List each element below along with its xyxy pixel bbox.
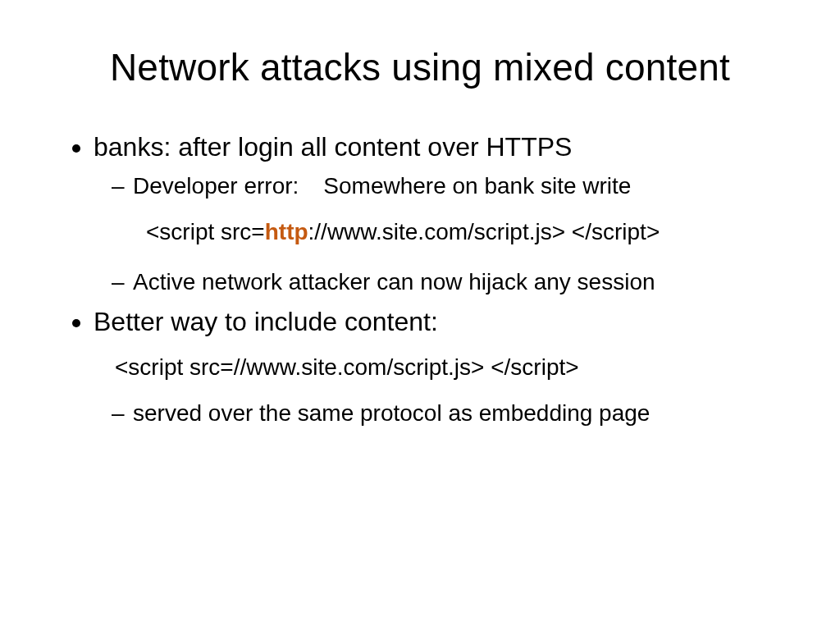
- bullet-1-text: banks: after login all content over HTTP…: [94, 132, 572, 162]
- code2-text: <script src=//www.site.com/script.js> </…: [115, 354, 579, 380]
- code-example-2: <script src=//www.site.com/script.js> </…: [94, 353, 784, 382]
- bullet-1: banks: after login all content over HTTP…: [94, 130, 784, 297]
- bullet-1-sublist: Developer error:Somewhere on bank site w…: [94, 171, 784, 201]
- bullet-1-sublist-2: Active network attacker can now hijack a…: [94, 267, 784, 297]
- slide-title: Network attacks using mixed content: [56, 46, 784, 89]
- code1-post: ://www.site.com/script.js> </script>: [308, 219, 660, 244]
- code1-pre: <script src=: [146, 219, 265, 244]
- bullet-2: Better way to include content: <script s…: [94, 305, 784, 429]
- bullet-2-sub-1: served over the same protocol as embeddi…: [112, 399, 784, 428]
- dev-error-rest: Somewhere on bank site write: [323, 173, 631, 199]
- bullet-list: banks: after login all content over HTTP…: [56, 130, 784, 429]
- bullet-1-sub-1: Developer error:Somewhere on bank site w…: [112, 171, 784, 201]
- bullet-2-sub-1-text: served over the same protocol as embeddi…: [133, 400, 650, 426]
- slide: Network attacks using mixed content bank…: [0, 0, 840, 630]
- bullet-1-sub-2-text: Active network attacker can now hijack a…: [133, 269, 655, 294]
- bullet-2-sublist: served over the same protocol as embeddi…: [94, 399, 784, 428]
- bullet-1-sub-2: Active network attacker can now hijack a…: [112, 267, 784, 297]
- code1-highlight: http: [265, 219, 308, 244]
- code-example-1: <script src=http://www.site.com/script.j…: [94, 217, 784, 247]
- dev-error-label: Developer error:: [133, 173, 299, 199]
- bullet-2-text: Better way to include content:: [94, 307, 438, 336]
